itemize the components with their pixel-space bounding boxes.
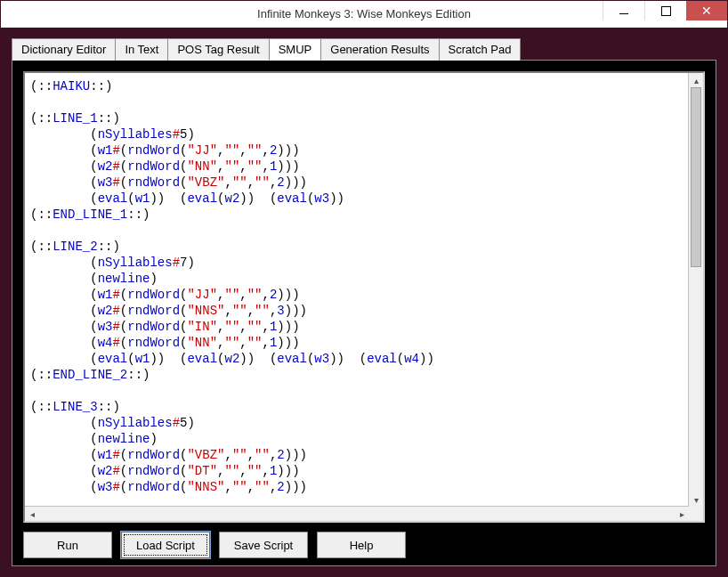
scroll-down-icon[interactable]: ▾ <box>689 492 703 507</box>
vertical-scroll-thumb[interactable] <box>691 87 701 267</box>
load-script-button[interactable]: Load Script <box>121 532 210 558</box>
scroll-up-icon[interactable]: ▴ <box>689 73 703 87</box>
maximize-button[interactable] <box>644 1 686 20</box>
code-editor[interactable]: (::HAIKU::) (::LINE_1::) (nSyllables#5) … <box>23 71 705 523</box>
tab-panel: (::HAIKU::) (::LINE_1::) (nSyllables#5) … <box>12 60 716 566</box>
button-bar: Run Load Script Save Script Help <box>23 523 705 558</box>
code-content[interactable]: (::HAIKU::) (::LINE_1::) (nSyllables#5) … <box>30 78 689 495</box>
code-viewport[interactable]: (::HAIKU::) (::LINE_1::) (nSyllables#5) … <box>25 73 689 507</box>
tab-dictionary-editor[interactable]: Dictionary Editor <box>12 38 116 61</box>
vertical-scrollbar[interactable]: ▴ ▾ <box>688 73 703 507</box>
help-button[interactable]: Help <box>317 532 406 558</box>
horizontal-scrollbar[interactable]: ◂ ▸ <box>25 506 689 521</box>
close-button[interactable]: ✕ <box>686 1 727 20</box>
client-area: Dictionary Editor In Text POS Tag Result… <box>1 28 727 576</box>
titlebar[interactable]: Infinite Monkeys 3: Wise Monkeys Edition… <box>1 1 727 28</box>
scroll-left-icon[interactable]: ◂ <box>25 507 39 521</box>
tab-generation-results[interactable]: Generation Results <box>320 38 439 61</box>
tab-strip: Dictionary Editor In Text POS Tag Result… <box>12 38 716 61</box>
window-controls: ✕ <box>603 1 727 20</box>
scroll-right-icon[interactable]: ▸ <box>675 507 689 521</box>
minimize-button[interactable] <box>603 1 644 20</box>
scroll-corner <box>689 507 703 521</box>
run-button[interactable]: Run <box>23 532 112 558</box>
tab-in-text[interactable]: In Text <box>115 38 168 61</box>
app-icon <box>6 6 22 22</box>
save-script-button[interactable]: Save Script <box>219 532 308 558</box>
tab-scratch-pad[interactable]: Scratch Pad <box>439 38 522 61</box>
tab-pos-tag-result[interactable]: POS Tag Result <box>167 38 269 61</box>
tab-smup[interactable]: SMUP <box>269 38 322 61</box>
app-window: Infinite Monkeys 3: Wise Monkeys Edition… <box>0 0 728 577</box>
